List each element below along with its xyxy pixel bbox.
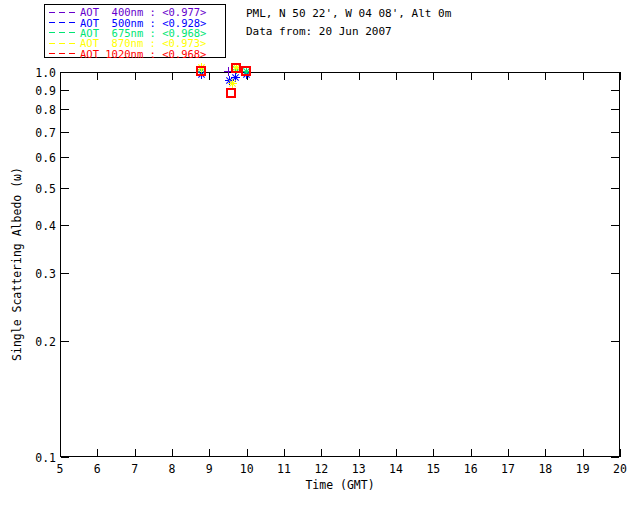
y-tick <box>61 225 69 226</box>
marker-aot-1020nm <box>231 63 241 73</box>
legend-dash-line <box>49 53 75 54</box>
legend-dash-line <box>49 12 75 13</box>
x-tick <box>60 449 61 457</box>
x-tick <box>247 449 248 457</box>
legend-entry-label: AOT 400nm : <0.977> <box>80 7 206 17</box>
site-location-text: PML, N 50 22', W 04 08', Alt 0m <box>246 7 451 20</box>
x-tick <box>321 449 322 457</box>
x-tick-top <box>284 72 285 80</box>
y-tick-right <box>611 273 619 274</box>
x-tick <box>135 449 136 457</box>
y-tick-label: 0.5 <box>22 182 56 196</box>
y-tick-right <box>611 341 619 342</box>
x-tick-label: 11 <box>269 462 299 476</box>
x-tick-label: 15 <box>418 462 448 476</box>
data-date-text: Data from: 20 Jun 2007 <box>246 25 392 38</box>
x-tick-top <box>359 72 360 80</box>
x-tick-top <box>396 72 397 80</box>
y-tick <box>61 341 69 342</box>
y-tick-label: 1.0 <box>22 66 56 80</box>
x-tick-label: 9 <box>194 462 224 476</box>
y-tick <box>61 273 69 274</box>
x-tick-label: 7 <box>120 462 150 476</box>
y-tick-right <box>611 132 619 133</box>
y-tick-label: 0.8 <box>22 103 56 117</box>
y-tick <box>61 72 69 73</box>
y-tick-right <box>611 109 619 110</box>
x-tick-label: 13 <box>344 462 374 476</box>
legend-entry: AOT 1020nm : <0.968> <box>49 49 225 59</box>
y-tick-label: 0.2 <box>22 335 56 349</box>
x-tick-label: 6 <box>82 462 112 476</box>
x-tick <box>172 449 173 457</box>
x-tick-top <box>545 72 546 80</box>
legend-entry: AOT 870nm : <0.973> <box>49 38 225 48</box>
y-tick <box>61 109 69 110</box>
x-tick-top <box>172 72 173 80</box>
legend-entry-label: AOT 870nm : <0.973> <box>80 38 206 48</box>
marker-aot-870nm <box>228 79 237 88</box>
y-tick <box>61 157 69 158</box>
x-tick <box>284 449 285 457</box>
y-tick-right <box>611 157 619 158</box>
x-tick-label: 19 <box>568 462 598 476</box>
y-tick-right <box>611 457 619 458</box>
y-tick-label: 0.1 <box>22 451 56 465</box>
x-tick-top <box>209 72 210 80</box>
legend-entry-label: AOT 1020nm : <0.968> <box>80 49 206 59</box>
x-tick-label: 10 <box>232 462 262 476</box>
x-tick-top <box>508 72 509 80</box>
x-tick-label: 14 <box>381 462 411 476</box>
legend-dash-line <box>49 22 75 23</box>
x-tick <box>545 449 546 457</box>
y-tick-label: 0.3 <box>22 267 56 281</box>
y-tick-label: 0.6 <box>22 151 56 165</box>
marker-aot-1020nm <box>196 66 206 76</box>
y-axis-title: Single Scattering Albedo (ω) <box>10 167 24 361</box>
x-tick <box>583 449 584 457</box>
x-tick-top <box>583 72 584 80</box>
x-tick <box>359 449 360 457</box>
marker-aot-1020nm <box>241 66 251 76</box>
x-tick-label: 8 <box>157 462 187 476</box>
x-tick <box>433 449 434 457</box>
x-tick <box>471 449 472 457</box>
marker-aot-1020nm <box>226 88 236 98</box>
x-tick <box>620 449 621 457</box>
legend-box: AOT 400nm : <0.977>AOT 500nm : <0.928>AO… <box>44 4 226 58</box>
legend-dash-line <box>49 43 75 44</box>
x-tick-top <box>321 72 322 80</box>
x-tick <box>209 449 210 457</box>
x-tick-label: 16 <box>456 462 486 476</box>
x-tick-label: 18 <box>530 462 560 476</box>
y-tick-right <box>611 188 619 189</box>
y-tick <box>61 90 69 91</box>
y-tick-right <box>611 225 619 226</box>
x-tick-top <box>471 72 472 80</box>
ssa-plot-canvas: PML, N 50 22', W 04 08', Alt 0m Data fro… <box>0 0 640 512</box>
x-tick <box>508 449 509 457</box>
x-tick-top <box>620 72 621 80</box>
legend-entry: AOT 400nm : <0.977> <box>49 7 225 17</box>
x-tick <box>396 449 397 457</box>
x-tick-label: 20 <box>605 462 635 476</box>
y-tick <box>61 188 69 189</box>
y-tick <box>61 132 69 133</box>
y-tick-label: 0.9 <box>22 84 56 98</box>
y-tick-right <box>611 72 619 73</box>
x-tick-label: 17 <box>493 462 523 476</box>
x-axis-title: Time (GMT) <box>290 478 390 492</box>
y-tick-right <box>611 90 619 91</box>
x-tick-top <box>433 72 434 80</box>
x-tick <box>97 449 98 457</box>
y-tick-label: 0.4 <box>22 219 56 233</box>
legend-dash-line <box>49 32 75 33</box>
y-tick <box>61 457 69 458</box>
y-tick-label: 0.7 <box>22 126 56 140</box>
plot-area <box>60 72 620 457</box>
x-tick-top <box>97 72 98 80</box>
x-tick-top <box>135 72 136 80</box>
marker-bar <box>228 67 229 76</box>
x-tick-top <box>60 72 61 80</box>
x-tick-label: 12 <box>306 462 336 476</box>
